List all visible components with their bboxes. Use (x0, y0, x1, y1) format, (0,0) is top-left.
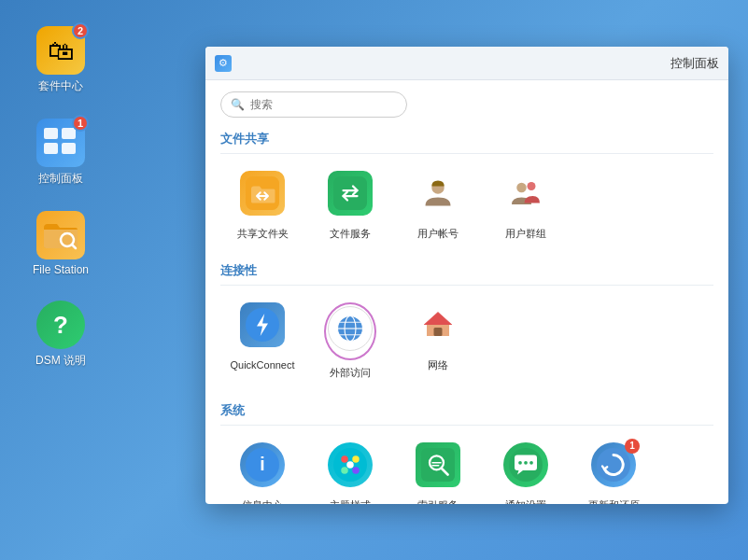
quickconnect-icon (240, 302, 285, 347)
index-service-icon (416, 442, 460, 487)
external-access-icon (328, 306, 373, 351)
user-group-icon (503, 171, 548, 216)
file-sharing-grid: 共享文件夹 (220, 163, 713, 247)
sidebar-item-file-station[interactable]: File Station (14, 203, 107, 284)
external-access-label: 外部访问 (330, 366, 371, 379)
search-input[interactable] (250, 98, 397, 111)
update-restore-label: 更新和还原 (588, 498, 640, 504)
svg-point-12 (528, 182, 536, 190)
app-index-service[interactable]: 索引服务 (396, 435, 480, 504)
svg-point-28 (346, 461, 354, 469)
svg-rect-9 (333, 176, 367, 210)
svg-rect-2 (62, 128, 76, 139)
svg-point-35 (518, 460, 522, 464)
user-account-icon (416, 171, 460, 216)
index-service-label: 索引服务 (417, 498, 459, 504)
app-update-restore[interactable]: 1 更新和还原 (572, 435, 656, 504)
svg-point-24 (341, 455, 348, 463)
sidebar: 2 套件中心 (0, 0, 121, 560)
package-center-label: 套件中心 (38, 78, 83, 94)
dsm-help-icon (36, 301, 85, 349)
svg-point-38 (597, 448, 630, 482)
network-icon (416, 302, 460, 347)
search-icon: 🔍 (231, 98, 245, 111)
control-panel-badge: 1 (72, 115, 89, 132)
app-file-service[interactable]: 文件服务 (308, 163, 392, 247)
control-panel-label: 控制面板 (38, 171, 83, 187)
window-body: 🔍 文件共享 (205, 80, 728, 504)
file-station-label: File Station (33, 263, 89, 276)
user-account-label: 用户帐号 (417, 227, 459, 240)
file-service-icon (328, 171, 373, 216)
svg-point-25 (352, 455, 360, 463)
app-user-account[interactable]: 用户帐号 (396, 163, 480, 247)
app-quickconnect[interactable]: QuickConnect (220, 295, 304, 386)
svg-rect-4 (62, 143, 76, 154)
app-user-group[interactable]: 用户群组 (484, 163, 568, 247)
section-title-file-sharing: 文件共享 (220, 131, 713, 154)
package-center-badge: 2 (72, 22, 89, 39)
svg-point-37 (529, 460, 533, 464)
section-title-system: 系统 (220, 402, 713, 426)
user-group-label: 用户群组 (505, 227, 546, 240)
desktop: 2 套件中心 (0, 0, 748, 560)
app-info-center[interactable]: i 信息中心 (220, 435, 304, 504)
quickconnect-label: QuickConnect (230, 358, 294, 371)
sidebar-item-control-panel[interactable]: 1 控制面板 (14, 111, 107, 194)
shared-folder-label: 共享文件夹 (237, 227, 289, 240)
file-service-label: 文件服务 (330, 227, 371, 240)
shared-folder-icon (240, 171, 285, 216)
external-access-highlight (324, 302, 376, 360)
window-title: 控制面板 (237, 55, 719, 72)
svg-text:i: i (260, 454, 264, 474)
window-titlebar: 控制面板 (205, 47, 728, 80)
svg-point-11 (516, 183, 527, 193)
app-network[interactable]: 网络 (396, 295, 480, 386)
info-center-label: 信息中心 (242, 498, 283, 504)
app-theme[interactable]: 主题样式 (308, 435, 392, 504)
connectivity-grid: QuickConnect (220, 295, 713, 386)
search-bar[interactable]: 🔍 (220, 91, 407, 118)
notification-icon (503, 442, 548, 487)
sidebar-item-package-center[interactable]: 2 套件中心 (14, 19, 107, 102)
network-label: 网络 (428, 358, 448, 371)
control-panel-window: 控制面板 🔍 文件共享 (205, 47, 728, 504)
dsm-help-label: DSM 说明 (35, 353, 86, 369)
section-title-connectivity: 连接性 (220, 262, 713, 286)
system-grid: i 信息中心 (220, 435, 713, 504)
svg-rect-3 (44, 143, 58, 154)
svg-rect-1 (44, 128, 58, 139)
app-notification[interactable]: 通知设置 (484, 435, 568, 504)
svg-rect-20 (434, 328, 443, 336)
svg-point-26 (341, 467, 348, 474)
window-title-icon (215, 55, 232, 72)
sidebar-item-dsm-help[interactable]: DSM 说明 (14, 293, 107, 376)
app-external-access[interactable]: 外部访问 (308, 295, 392, 386)
info-center-icon: i (240, 442, 285, 487)
file-station-icon (36, 211, 85, 259)
theme-icon (328, 442, 373, 487)
theme-label: 主题样式 (330, 498, 371, 504)
svg-point-27 (352, 467, 360, 474)
svg-point-36 (524, 460, 528, 464)
app-shared-folder[interactable]: 共享文件夹 (220, 163, 304, 247)
notification-label: 通知设置 (505, 498, 546, 504)
update-restore-badge: 1 (625, 439, 640, 454)
